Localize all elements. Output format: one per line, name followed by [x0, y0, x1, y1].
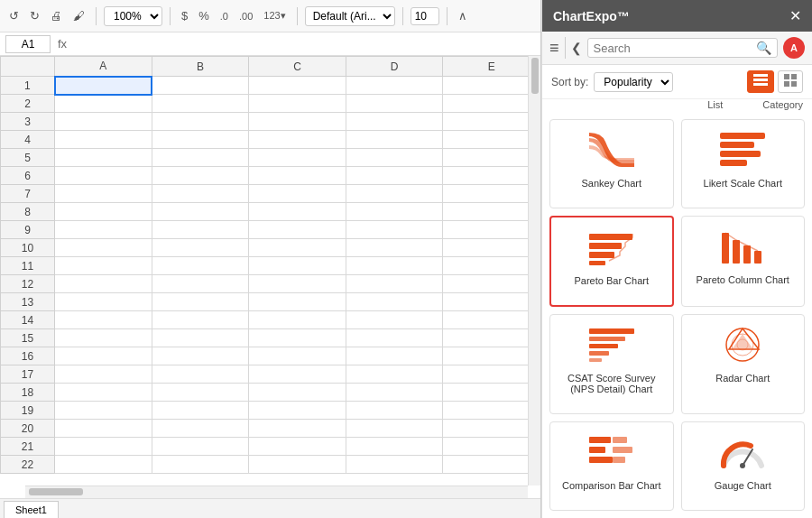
cell-C16[interactable]	[249, 347, 346, 365]
cell-B11[interactable]	[152, 257, 249, 275]
chart-item-radar[interactable]: Radar Chart	[681, 314, 806, 414]
cell-C11[interactable]	[249, 257, 346, 275]
chart-item-csat[interactable]: CSAT Score Survey (NPS Detail) Chart	[549, 314, 674, 414]
cell-C5[interactable]	[249, 149, 346, 167]
cell-B21[interactable]	[152, 438, 249, 456]
cell-E1[interactable]	[443, 77, 540, 95]
row-header-18[interactable]: 18	[1, 384, 55, 402]
cell-C13[interactable]	[249, 293, 346, 311]
chart-item-pareto-col[interactable]: Pareto Column Chart	[681, 216, 806, 307]
row-header-9[interactable]: 9	[1, 221, 55, 239]
cell-E19[interactable]	[443, 402, 540, 420]
cell-C15[interactable]	[249, 329, 346, 347]
cell-D19[interactable]	[346, 402, 443, 420]
cell-B8[interactable]	[152, 203, 249, 221]
font-size-input[interactable]	[411, 7, 439, 25]
chart-item-likert[interactable]: Likert Scale Chart	[681, 119, 806, 208]
cell-B17[interactable]	[152, 365, 249, 384]
cell-B9[interactable]	[152, 221, 249, 239]
panel-back-button[interactable]: ❮	[571, 41, 582, 55]
cell-D8[interactable]	[346, 203, 443, 221]
cell-B16[interactable]	[152, 347, 249, 365]
row-header-17[interactable]: 17	[1, 365, 55, 384]
row-header-22[interactable]: 22	[1, 456, 55, 474]
chart-item-sankey[interactable]: Sankey Chart	[549, 119, 674, 208]
row-header-8[interactable]: 8	[1, 203, 55, 221]
cell-B1[interactable]	[152, 77, 249, 95]
cell-B13[interactable]	[152, 293, 249, 311]
cell-B15[interactable]	[152, 329, 249, 347]
vertical-scroll-thumb[interactable]	[531, 58, 539, 94]
cell-C18[interactable]	[249, 384, 346, 402]
cell-E4[interactable]	[443, 131, 540, 149]
cell-C10[interactable]	[249, 239, 346, 257]
cell-C8[interactable]	[249, 203, 346, 221]
cell-A21[interactable]	[55, 438, 152, 456]
percent-button[interactable]: %	[195, 7, 213, 24]
row-header-3[interactable]: 3	[1, 113, 55, 131]
cell-E14[interactable]	[443, 311, 540, 329]
cell-C17[interactable]	[249, 365, 346, 384]
cell-C2[interactable]	[249, 95, 346, 113]
cell-A12[interactable]	[55, 275, 152, 293]
cell-E8[interactable]	[443, 203, 540, 221]
cell-A13[interactable]	[55, 293, 152, 311]
row-header-19[interactable]: 19	[1, 402, 55, 420]
horizontal-scroll-thumb[interactable]	[29, 488, 83, 495]
cell-D11[interactable]	[346, 257, 443, 275]
row-header-12[interactable]: 12	[1, 275, 55, 293]
vertical-scrollbar[interactable]	[528, 56, 540, 486]
row-header-15[interactable]: 15	[1, 329, 55, 347]
chart-item-gauge[interactable]: Gauge Chart	[681, 421, 806, 511]
row-header-6[interactable]: 6	[1, 167, 55, 185]
sheet-tab-1[interactable]: Sheet1	[4, 501, 59, 518]
cell-B10[interactable]	[152, 239, 249, 257]
col-header-C[interactable]: C	[249, 57, 346, 77]
cell-C3[interactable]	[249, 113, 346, 131]
horizontal-scrollbar[interactable]	[25, 486, 528, 498]
chart-item-comparison-bar[interactable]: Comparison Bar Chart	[549, 421, 674, 511]
cell-D3[interactable]	[346, 113, 443, 131]
col-header-A[interactable]: A	[55, 57, 152, 77]
cell-C20[interactable]	[249, 420, 346, 438]
cell-A4[interactable]	[55, 131, 152, 149]
cell-E5[interactable]	[443, 149, 540, 167]
cell-C21[interactable]	[249, 438, 346, 456]
cell-E15[interactable]	[443, 329, 540, 347]
row-header-7[interactable]: 7	[1, 185, 55, 203]
cell-C9[interactable]	[249, 221, 346, 239]
paint-format-button[interactable]: 🖌	[69, 7, 88, 24]
cell-A20[interactable]	[55, 420, 152, 438]
cell-B3[interactable]	[152, 113, 249, 131]
cell-A5[interactable]	[55, 149, 152, 167]
cell-E16[interactable]	[443, 347, 540, 365]
cell-C14[interactable]	[249, 311, 346, 329]
cell-A18[interactable]	[55, 384, 152, 402]
row-header-5[interactable]: 5	[1, 149, 55, 167]
cell-B18[interactable]	[152, 384, 249, 402]
decimal00-button[interactable]: .00	[235, 9, 256, 23]
cell-E17[interactable]	[443, 365, 540, 384]
list-view-button[interactable]	[747, 70, 774, 93]
cell-B12[interactable]	[152, 275, 249, 293]
cell-D22[interactable]	[346, 456, 443, 474]
cell-A22[interactable]	[55, 456, 152, 474]
cell-E2[interactable]	[443, 95, 540, 113]
cell-C4[interactable]	[249, 131, 346, 149]
cell-E22[interactable]	[443, 456, 540, 474]
cell-E12[interactable]	[443, 275, 540, 293]
row-header-10[interactable]: 10	[1, 239, 55, 257]
zoom-select[interactable]: 100%	[104, 6, 162, 26]
undo-button[interactable]: ↺	[5, 7, 23, 24]
cell-B19[interactable]	[152, 402, 249, 420]
cell-A11[interactable]	[55, 257, 152, 275]
cell-E20[interactable]	[443, 420, 540, 438]
row-header-11[interactable]: 11	[1, 257, 55, 275]
redo-button[interactable]: ↻	[26, 7, 43, 24]
cell-A19[interactable]	[55, 402, 152, 420]
decimal0-button[interactable]: .0	[217, 9, 232, 23]
cell-D13[interactable]	[346, 293, 443, 311]
cell-B14[interactable]	[152, 311, 249, 329]
col-header-B[interactable]: B	[152, 57, 249, 77]
cell-D6[interactable]	[346, 167, 443, 185]
